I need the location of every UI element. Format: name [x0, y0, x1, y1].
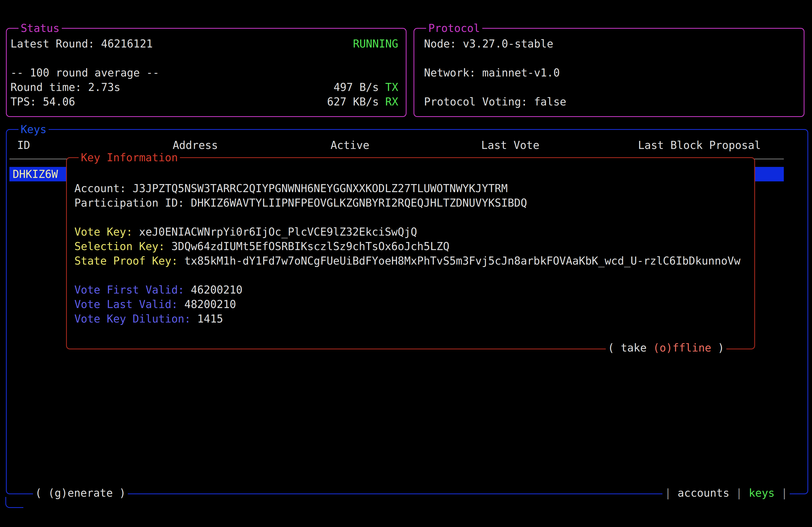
tab-keys[interactable]: keys	[749, 487, 775, 499]
round-average-header: -- 100 round average --	[11, 65, 159, 80]
protocol-panel: Protocol Node: v3.27.0-stable Network: m…	[414, 28, 804, 117]
latest-round: Latest Round: 46216121	[11, 36, 153, 51]
offline-button-hotkey: (o)ffline	[653, 342, 711, 354]
round-time: Round time: 2.73s	[11, 80, 120, 94]
participation-id-label: Participation ID:	[74, 197, 191, 209]
take-offline-button[interactable]: ( take (o)ffline )	[606, 341, 727, 355]
selection-key-value: 3DQw64zdIUMt5EfOSRBIKsczlSz9chTsOx6oJch5…	[171, 240, 450, 253]
vote-last-valid-value: 48200210	[184, 298, 236, 311]
running-status-badge: RUNNING	[353, 36, 398, 51]
network: Network: mainnet-v1.0	[424, 65, 560, 80]
vote-last-valid-label: Vote Last Valid:	[74, 298, 184, 311]
rx-rate-value: 627 KB/s	[327, 95, 385, 108]
selection-key-line: Selection Key: 3DQw64zdIUMt5EfOSRBIKsczl…	[74, 239, 450, 254]
key-information-title: Key Information	[79, 150, 180, 165]
terminal-screen: Status Latest Round: 46216121 RUNNING --…	[0, 0, 812, 527]
vote-last-valid-line: Vote Last Valid: 48200210	[74, 297, 236, 312]
border-corner-artifact	[5, 497, 23, 508]
tab-separator: |	[665, 487, 678, 499]
node-version: Node: v3.27.0-stable	[424, 36, 553, 51]
protocol-panel-title: Protocol	[426, 21, 482, 35]
column-header-last-block-proposal: Last Block Proposal	[638, 138, 761, 152]
generate-button[interactable]: ( (g)enerate )	[33, 486, 128, 500]
offline-button-suffix: )	[711, 342, 724, 354]
vote-first-valid-value: 46200210	[191, 284, 243, 296]
selection-key-label: Selection Key:	[74, 240, 171, 253]
vote-key-dilution-value: 1415	[197, 313, 223, 325]
tab-separator: |	[775, 487, 787, 499]
tx-rate-value: 497 B/s	[334, 81, 385, 93]
rx-label: RX	[385, 95, 398, 108]
tx-rate: 497 B/s TX	[334, 80, 398, 94]
status-panel-title: Status	[18, 21, 62, 35]
column-header-active: Active	[331, 138, 369, 152]
status-panel: Status Latest Round: 46216121 RUNNING --…	[6, 28, 407, 117]
state-proof-key-label: State Proof Key:	[74, 255, 184, 267]
protocol-voting: Protocol Voting: false	[424, 94, 566, 109]
tps: TPS: 54.06	[11, 94, 75, 109]
participation-id-line: Participation ID: DHKIZ6WAVTYLIIPNFPEOVG…	[74, 196, 527, 210]
vote-key-dilution-label: Vote Key Dilution:	[74, 313, 197, 325]
rx-rate: 627 KB/s RX	[327, 94, 398, 109]
vote-key-value: xeJ0ENIACWNrpYi0r6IjOc_PlcVCE9lZ32EkciSw…	[139, 226, 417, 238]
vote-key-label: Vote Key:	[74, 226, 139, 238]
tab-separator: |	[729, 487, 749, 499]
vote-key-line: Vote Key: xeJ0ENIACWNrpYi0r6IjOc_PlcVCE9…	[74, 225, 417, 239]
account-line: Account: J3JPZTQ5NSW3TARRC2QIYPGNWNH6NEY…	[74, 181, 508, 196]
vote-first-valid-line: Vote First Valid: 46200210	[74, 283, 243, 297]
selected-row-id: DHKIZ6W	[13, 167, 58, 181]
offline-button-prefix: ( take	[608, 342, 653, 354]
account-label: Account:	[74, 182, 133, 195]
key-information-dialog: Key Information Account: J3JPZTQ5NSW3TAR…	[66, 157, 755, 349]
column-header-id: ID	[17, 138, 30, 152]
vote-key-dilution-line: Vote Key Dilution: 1415	[74, 312, 223, 326]
state-proof-key-value: tx85kM1h-dY1Fd7w7oNCgFUeUiBdFYoeH8MxPhTv…	[184, 255, 740, 267]
participation-id-value: DHKIZ6WAVTYLIIPNFPEOVGLKZGNBYRI2RQEQJHLT…	[191, 197, 527, 209]
account-value: J3JPZTQ5NSW3TARRC2QIYPGNWNH6NEYGGNXXKODL…	[133, 182, 508, 195]
tab-accounts[interactable]: accounts	[678, 487, 729, 499]
column-header-last-vote: Last Vote	[481, 138, 539, 152]
vote-first-valid-label: Vote First Valid:	[74, 284, 191, 296]
tx-label: TX	[385, 81, 398, 93]
state-proof-key-line: State Proof Key: tx85kM1h-dY1Fd7w7oNCgFU…	[74, 254, 740, 268]
keys-panel-title: Keys	[18, 122, 48, 137]
view-tabs: | accounts | keys |	[663, 486, 790, 500]
